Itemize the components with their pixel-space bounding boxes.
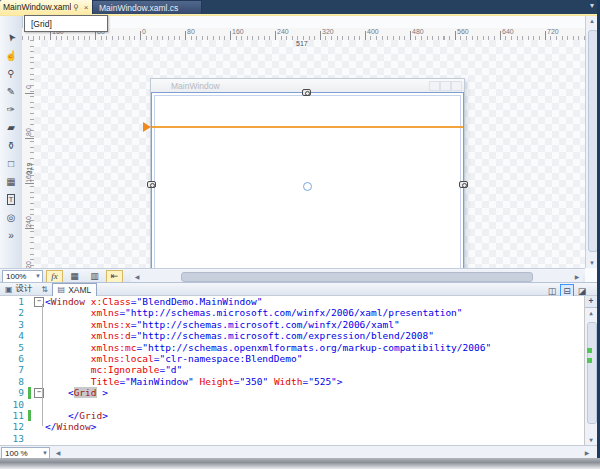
code-line[interactable]: 1−<Window x:Class="BlendDemo.MainWindow"	[0, 296, 597, 307]
line-number: 13	[0, 433, 28, 444]
designer-split-bar: ▣ 设计 ⇅ ▤ XAML ◫ ⊟ ◪	[0, 282, 597, 296]
center-handle[interactable]	[303, 182, 312, 191]
show-grid-button[interactable]: ▦	[66, 270, 83, 283]
token-t	[45, 387, 68, 398]
editor-vertical-scrollbar[interactable]: + ▲ ▼	[584, 296, 597, 445]
tab-design-view[interactable]: ▣ 设计	[0, 283, 38, 296]
code-text: xmlns="http://schemas.microsoft.com/winf…	[45, 307, 597, 318]
token-a: x:Class	[91, 296, 131, 307]
code-line[interactable]: 11 </Grid>	[0, 410, 597, 421]
xaml-code-editor[interactable]: 1−<Window x:Class="BlendDemo.MainWindow"…	[0, 296, 597, 445]
code-line[interactable]: 6 xmlns:local="clr-namespace:BlendDemo"	[0, 353, 597, 364]
code-line[interactable]: 5 xmlns:mc="http://schemas.openxmlformat…	[0, 342, 597, 353]
tab-xaml-view[interactable]: ▤ XAML	[52, 283, 98, 296]
line-number: 9	[0, 387, 28, 398]
close-icon[interactable]: ×	[81, 3, 91, 12]
eraser-tool-glyph: ▰	[7, 122, 15, 133]
token-v: "http://schemas.microsoft.com/winfx/2006…	[125, 307, 462, 318]
anchor-handle-top[interactable]	[302, 89, 311, 96]
grid-panel-tool-icon[interactable]: ▦	[0, 172, 22, 190]
ruler-label: 0	[22, 78, 34, 96]
close-button-ghost	[451, 81, 462, 91]
rectangle-tool-icon[interactable]: □	[0, 154, 22, 172]
anchor-handle-right[interactable]	[459, 181, 468, 188]
snaplines-toggle-button[interactable]: ⇤	[106, 270, 123, 283]
scroll-right-icon[interactable]: ▶	[581, 449, 593, 456]
pointer-tool-icon[interactable]: ➤	[0, 28, 22, 46]
editor-horizontal-scrollbar[interactable]: ◀ ▶	[52, 447, 593, 458]
editor-vscroll-thumb[interactable]	[587, 322, 597, 424]
code-line[interactable]: 8 Title="MainWindow" Height="350" Width=…	[0, 376, 597, 387]
grid-selection[interactable]	[151, 92, 464, 268]
scroll-right-icon[interactable]: ▶	[571, 273, 583, 280]
ruler-tick	[410, 31, 411, 40]
scroll-left-icon[interactable]: ◀	[131, 273, 143, 280]
brush-tool-icon[interactable]: ✑	[0, 100, 22, 118]
line-number: 6	[0, 353, 28, 364]
tab-mainwindow-xaml[interactable]: MainWindow.xaml ⚲ ×	[0, 0, 94, 14]
eraser-tool-icon[interactable]: ▰	[0, 118, 22, 136]
code-text: xmlns:x="http://schemas.microsoft.com/wi…	[45, 319, 597, 330]
code-text: Title="MainWindow" Height="350" Width="5…	[45, 376, 597, 387]
more-tools-chevron-icon[interactable]: »	[0, 226, 22, 244]
camera-orbit-tool-icon[interactable]: ◎	[0, 208, 22, 226]
effects-toggle-button[interactable]: fx	[46, 270, 63, 283]
hand-tool-icon[interactable]: ☝	[0, 46, 22, 64]
scroll-down-icon[interactable]: ▼	[585, 436, 597, 443]
snap-grid-button[interactable]: ▥	[86, 270, 103, 283]
code-line[interactable]: 13	[0, 433, 597, 444]
zoom-tool-icon[interactable]: ⚲	[0, 64, 22, 82]
eyedropper-tool-glyph: ✎	[7, 86, 15, 97]
ruler-label: 80	[187, 28, 195, 35]
scroll-left-icon[interactable]: ◀	[52, 449, 64, 456]
design-window-preview[interactable]: MainWindow	[150, 78, 465, 268]
scroll-up-icon[interactable]: ▲	[585, 309, 597, 316]
change-annotation-mark	[587, 358, 592, 363]
xaml-view-icon: ▤	[58, 285, 66, 294]
code-line[interactable]: 7 mc:Ignorable="d"	[0, 364, 597, 375]
code-line[interactable]: 2 xmlns="http://schemas.microsoft.com/wi…	[0, 307, 597, 318]
designer-hscroll-thumb[interactable]	[181, 272, 533, 282]
token-a: Title	[91, 376, 120, 387]
token-e: Window	[56, 421, 90, 432]
grid-row-line[interactable]	[152, 126, 463, 128]
designer-horizontal-scrollbar[interactable]: ◀ ▶	[131, 270, 583, 282]
editor-split-grip[interactable]: +	[585, 296, 597, 308]
tab-mainwindow-xaml-cs[interactable]: MainWindow.xaml.cs	[92, 0, 202, 14]
token-a: xmlns:mc	[91, 342, 137, 353]
visual-studio-xaml-designer: MainWindow.xaml ⚲ × MainWindow.xaml.cs ▾…	[0, 0, 600, 469]
line-number: 10	[0, 399, 28, 410]
eyedropper-tool-icon[interactable]: ✎	[0, 82, 22, 100]
ruler-label: 240	[277, 28, 289, 35]
design-tab-label: 设计	[16, 283, 33, 295]
spray-tool-icon[interactable]: ⚱	[0, 136, 22, 154]
code-line[interactable]: 4 xmlns:d="http://schemas.microsoft.com/…	[0, 330, 597, 341]
ruler-tick	[95, 31, 96, 40]
code-line[interactable]: 12</Window>	[0, 421, 597, 432]
code-line[interactable]: 10	[0, 399, 597, 410]
token-t	[45, 353, 91, 364]
line-number: 11	[0, 410, 28, 421]
token-d: >	[102, 410, 108, 421]
brush-tool-glyph: ✑	[7, 104, 15, 115]
artboard[interactable]: MainWindow	[34, 40, 585, 268]
token-d: >	[97, 387, 108, 398]
token-t	[45, 376, 91, 387]
code-line[interactable]: 9− <Grid >	[0, 387, 597, 398]
token-v: "http://schemas.openxmlformats.org/marku…	[142, 342, 491, 353]
swap-panes-button[interactable]: ⇅	[38, 285, 52, 294]
tab-label: MainWindow.xaml	[3, 2, 71, 12]
ruler-label: 0	[142, 28, 146, 35]
ruler-tick	[50, 31, 51, 40]
text-tool-icon[interactable]: T	[0, 190, 22, 208]
code-text	[45, 433, 597, 444]
editor-status-bar: 100 % ▼ ◀ ▶	[0, 445, 597, 458]
pin-icon[interactable]: ⚲	[71, 3, 81, 12]
line-number: 12	[0, 421, 28, 432]
line-number: 2	[0, 307, 28, 318]
designer-zoom-combo[interactable]: 100% ▼	[2, 270, 43, 283]
grid-row-marker-icon[interactable]	[143, 122, 151, 132]
anchor-handle-left[interactable]	[147, 181, 156, 188]
tab-overflow-chevron-icon[interactable]: ▾	[590, 1, 594, 10]
code-line[interactable]: 3 xmlns:x="http://schemas.microsoft.com/…	[0, 319, 597, 330]
